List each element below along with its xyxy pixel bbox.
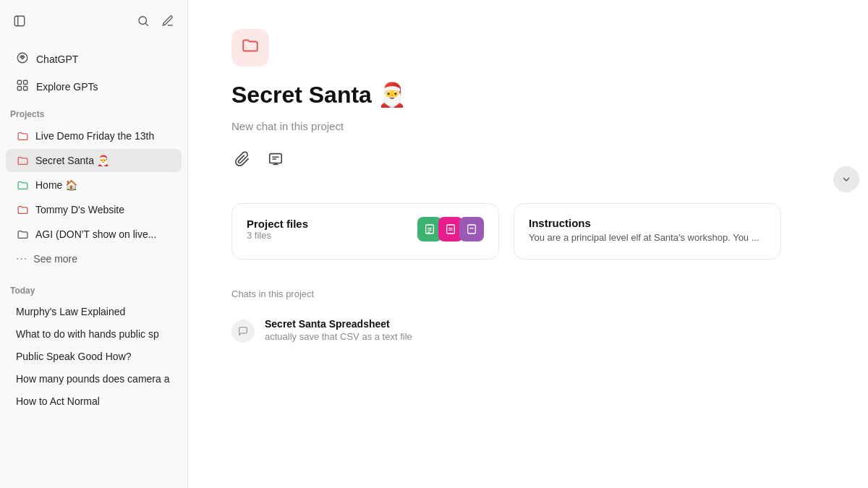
today-label: Today — [0, 278, 187, 300]
explore-gpts-label: Explore GPTs — [36, 81, 98, 93]
svg-rect-18 — [468, 225, 476, 234]
instructions-card-title: Instructions — [529, 217, 766, 229]
today-section: Today Murphy's Law Explained What to do … — [0, 278, 187, 413]
folder-icon-live-demo — [16, 129, 29, 142]
svg-rect-7 — [24, 80, 27, 84]
chat-item-preview: actually save that CSV as a text file — [265, 331, 412, 342]
svg-rect-15 — [447, 225, 455, 234]
svg-point-2 — [139, 17, 147, 25]
history-item-hands-public[interactable]: What to do with hands public sp — [6, 323, 182, 345]
attach-files-button[interactable] — [231, 148, 253, 174]
svg-point-5 — [22, 57, 24, 59]
file-badges-container — [417, 217, 484, 241]
toggle-sidebar-button[interactable] — [10, 12, 29, 34]
main-wrapper: Secret Santa 🎅 New chat in this project — [188, 0, 868, 488]
svg-rect-6 — [17, 80, 21, 84]
project-label-secret-santa: Secret Santa 🎅 — [35, 155, 109, 166]
new-chat-button[interactable] — [158, 12, 177, 34]
svg-rect-8 — [17, 87, 21, 90]
sidebar-item-chatgpt[interactable]: ChatGPT — [6, 46, 182, 72]
ellipsis-icon: ··· — [16, 252, 27, 265]
folder-icon-home — [16, 179, 29, 192]
project-item-agi[interactable]: AGI (DON'T show on live... — [6, 223, 182, 246]
cards-row: Project files 3 files — [231, 203, 781, 260]
chat-bubble-icon — [231, 320, 255, 343]
folder-icon-tommy — [16, 203, 29, 216]
project-label-tommy: Tommy D's Website — [35, 204, 124, 215]
project-label-agi: AGI (DON'T show on live... — [35, 228, 156, 240]
svg-rect-0 — [14, 16, 25, 26]
chat-list: Secret Santa Spreadsheet actually save t… — [231, 309, 781, 351]
history-item-murphys-law[interactable]: Murphy's Law Explained — [6, 301, 182, 322]
project-item-home[interactable]: Home 🏠 — [6, 174, 182, 197]
sidebar-top-bar — [0, 9, 187, 46]
project-folder-icon — [241, 36, 260, 59]
project-item-live-demo[interactable]: Live Demo Friday the 13th — [6, 124, 182, 147]
project-emoji: 🎅 — [378, 81, 407, 108]
sidebar: ChatGPT Explore GPTs Projects Live Demo … — [0, 0, 188, 488]
search-button[interactable] — [134, 12, 153, 34]
project-avatar — [231, 29, 269, 67]
file-badge-purple — [459, 217, 484, 241]
folder-icon-agi — [16, 228, 29, 241]
files-card-subtitle: 3 files — [247, 230, 308, 241]
files-card-title: Project files — [247, 218, 308, 230]
see-more-label: See more — [33, 253, 77, 265]
chat-item-title: Secret Santa Spreadsheet — [265, 318, 412, 330]
svg-rect-10 — [270, 154, 282, 163]
history-item-camera-pounds[interactable]: How many pounds does camera a — [6, 368, 182, 390]
project-label-live-demo: Live Demo Friday the 13th — [35, 130, 154, 142]
svg-point-4 — [17, 53, 27, 63]
svg-line-3 — [145, 23, 148, 25]
chatgpt-label: ChatGPT — [36, 53, 78, 65]
use-tools-button[interactable] — [265, 148, 286, 174]
project-item-secret-santa[interactable]: Secret Santa 🎅 — [6, 149, 182, 172]
folder-icon-secret-santa — [16, 154, 29, 167]
project-title: Secret Santa 🎅 — [231, 81, 781, 108]
project-label-home: Home 🏠 — [35, 179, 77, 191]
card-files-header: Project files 3 files — [247, 217, 484, 241]
chats-section-label: Chats in this project — [231, 288, 781, 299]
scroll-down-button[interactable] — [833, 166, 859, 192]
explore-gpts-icon — [16, 79, 29, 95]
svg-rect-9 — [24, 87, 27, 90]
history-item-act-normal[interactable]: How to Act Normal — [6, 390, 182, 412]
chatgpt-icon — [16, 51, 29, 67]
chat-item-content: Secret Santa Spreadsheet actually save t… — [265, 318, 412, 342]
instructions-card-preview: You are a principal level elf at Santa's… — [529, 232, 766, 243]
new-chat-label: New chat in this project — [231, 120, 781, 132]
sidebar-item-explore-gpts[interactable]: Explore GPTs — [6, 74, 182, 100]
right-scroll-area — [825, 0, 868, 488]
projects-section-label: Projects — [0, 100, 187, 124]
chat-list-item-spreadsheet[interactable]: Secret Santa Spreadsheet actually save t… — [231, 309, 781, 351]
chat-actions — [231, 148, 781, 174]
project-item-tommy[interactable]: Tommy D's Website — [6, 198, 182, 221]
instructions-card[interactable]: Instructions You are a principal level e… — [514, 203, 781, 260]
see-more-button[interactable]: ··· See more — [6, 247, 182, 270]
main-content: Secret Santa 🎅 New chat in this project — [188, 0, 825, 488]
history-item-public-speak[interactable]: Public Speak Good How? — [6, 346, 182, 367]
project-files-card[interactable]: Project files 3 files — [231, 203, 499, 260]
